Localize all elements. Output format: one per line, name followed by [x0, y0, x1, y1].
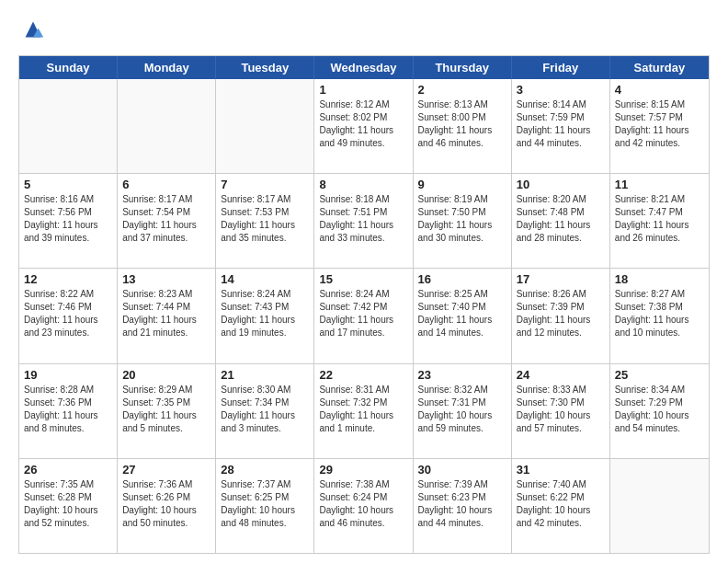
- day-cell-14: 14Sunrise: 8:24 AM Sunset: 7:43 PM Dayli…: [216, 269, 314, 362]
- day-cell-28: 28Sunrise: 7:37 AM Sunset: 6:25 PM Dayli…: [216, 459, 314, 553]
- day-number: 9: [418, 178, 506, 191]
- header-cell-saturday: Saturday: [610, 56, 709, 79]
- header-cell-monday: Monday: [118, 56, 216, 79]
- calendar-row-2: 5Sunrise: 8:16 AM Sunset: 7:56 PM Daylig…: [19, 173, 709, 268]
- day-cell-2: 2Sunrise: 8:13 AM Sunset: 8:00 PM Daylig…: [414, 79, 512, 173]
- day-number: 24: [517, 368, 605, 382]
- day-number: 5: [24, 178, 112, 191]
- day-number: 3: [517, 83, 605, 97]
- day-number: 29: [319, 463, 407, 477]
- page: SundayMondayTuesdayWednesdayThursdayFrid…: [0, 0, 728, 563]
- day-number: 10: [517, 178, 605, 191]
- day-cell-23: 23Sunrise: 8:32 AM Sunset: 7:31 PM Dayli…: [414, 364, 512, 458]
- day-cell-27: 27Sunrise: 7:36 AM Sunset: 6:26 PM Dayli…: [118, 459, 216, 553]
- day-cell-8: 8Sunrise: 8:18 AM Sunset: 7:51 PM Daylig…: [314, 174, 413, 268]
- day-cell-4: 4Sunrise: 8:15 AM Sunset: 7:57 PM Daylig…: [610, 79, 709, 173]
- day-info: Sunrise: 8:32 AM Sunset: 7:31 PM Dayligh…: [418, 384, 506, 435]
- day-number: 2: [418, 83, 506, 97]
- day-cell-15: 15Sunrise: 8:24 AM Sunset: 7:42 PM Dayli…: [314, 269, 413, 362]
- day-number: 25: [615, 368, 704, 382]
- empty-cell-r0c0: [19, 79, 118, 173]
- day-info: Sunrise: 8:13 AM Sunset: 8:00 PM Dayligh…: [418, 98, 506, 150]
- header: [18, 17, 710, 46]
- day-cell-13: 13Sunrise: 8:23 AM Sunset: 7:44 PM Dayli…: [118, 269, 216, 362]
- empty-cell-r0c2: [216, 79, 314, 173]
- day-info: Sunrise: 7:38 AM Sunset: 6:24 PM Dayligh…: [319, 478, 407, 530]
- day-info: Sunrise: 8:21 AM Sunset: 7:47 PM Dayligh…: [615, 193, 704, 245]
- day-number: 13: [122, 272, 210, 286]
- empty-cell-r4c6: [610, 459, 709, 553]
- day-info: Sunrise: 8:24 AM Sunset: 7:42 PM Dayligh…: [319, 288, 407, 339]
- day-cell-19: 19Sunrise: 8:28 AM Sunset: 7:36 PM Dayli…: [19, 364, 118, 458]
- day-info: Sunrise: 8:25 AM Sunset: 7:40 PM Dayligh…: [418, 288, 506, 339]
- day-cell-18: 18Sunrise: 8:27 AM Sunset: 7:38 PM Dayli…: [610, 269, 709, 362]
- day-number: 1: [319, 83, 407, 97]
- day-info: Sunrise: 8:30 AM Sunset: 7:34 PM Dayligh…: [221, 384, 309, 435]
- calendar-body: 1Sunrise: 8:12 AM Sunset: 8:02 PM Daylig…: [19, 79, 709, 553]
- day-cell-21: 21Sunrise: 8:30 AM Sunset: 7:34 PM Dayli…: [216, 364, 314, 458]
- day-number: 12: [24, 272, 112, 286]
- day-number: 22: [319, 368, 407, 382]
- day-number: 23: [418, 368, 506, 382]
- day-cell-9: 9Sunrise: 8:19 AM Sunset: 7:50 PM Daylig…: [414, 174, 512, 268]
- header-cell-friday: Friday: [512, 56, 610, 79]
- day-info: Sunrise: 8:22 AM Sunset: 7:46 PM Dayligh…: [24, 288, 112, 339]
- header-cell-tuesday: Tuesday: [216, 56, 314, 79]
- day-number: 4: [615, 83, 704, 97]
- header-cell-sunday: Sunday: [19, 56, 118, 79]
- day-cell-16: 16Sunrise: 8:25 AM Sunset: 7:40 PM Dayli…: [414, 269, 512, 362]
- day-info: Sunrise: 8:26 AM Sunset: 7:39 PM Dayligh…: [517, 288, 605, 339]
- day-cell-3: 3Sunrise: 8:14 AM Sunset: 7:59 PM Daylig…: [512, 79, 610, 173]
- day-info: Sunrise: 8:18 AM Sunset: 7:51 PM Dayligh…: [319, 193, 407, 245]
- logo-icon: [20, 17, 46, 42]
- day-info: Sunrise: 8:24 AM Sunset: 7:43 PM Dayligh…: [221, 288, 309, 339]
- day-cell-11: 11Sunrise: 8:21 AM Sunset: 7:47 PM Dayli…: [610, 174, 709, 268]
- day-cell-5: 5Sunrise: 8:16 AM Sunset: 7:56 PM Daylig…: [19, 174, 118, 268]
- day-number: 30: [418, 463, 506, 477]
- day-number: 26: [24, 463, 112, 477]
- day-info: Sunrise: 8:17 AM Sunset: 7:53 PM Dayligh…: [221, 193, 309, 245]
- day-info: Sunrise: 8:29 AM Sunset: 7:35 PM Dayligh…: [122, 384, 210, 435]
- calendar: SundayMondayTuesdayWednesdayThursdayFrid…: [18, 55, 710, 554]
- day-cell-1: 1Sunrise: 8:12 AM Sunset: 8:02 PM Daylig…: [314, 79, 413, 173]
- header-cell-thursday: Thursday: [414, 56, 512, 79]
- day-number: 27: [122, 463, 210, 477]
- day-number: 31: [517, 463, 605, 477]
- calendar-row-4: 19Sunrise: 8:28 AM Sunset: 7:36 PM Dayli…: [19, 363, 709, 458]
- day-info: Sunrise: 8:17 AM Sunset: 7:54 PM Dayligh…: [122, 193, 210, 245]
- day-cell-24: 24Sunrise: 8:33 AM Sunset: 7:30 PM Dayli…: [512, 364, 610, 458]
- day-cell-17: 17Sunrise: 8:26 AM Sunset: 7:39 PM Dayli…: [512, 269, 610, 362]
- day-info: Sunrise: 7:35 AM Sunset: 6:28 PM Dayligh…: [24, 478, 112, 530]
- calendar-row-3: 12Sunrise: 8:22 AM Sunset: 7:46 PM Dayli…: [19, 268, 709, 362]
- day-cell-25: 25Sunrise: 8:34 AM Sunset: 7:29 PM Dayli…: [610, 364, 709, 458]
- day-number: 28: [221, 463, 309, 477]
- day-cell-31: 31Sunrise: 7:40 AM Sunset: 6:22 PM Dayli…: [512, 459, 610, 553]
- day-cell-26: 26Sunrise: 7:35 AM Sunset: 6:28 PM Dayli…: [19, 459, 118, 553]
- day-info: Sunrise: 8:28 AM Sunset: 7:36 PM Dayligh…: [24, 384, 112, 435]
- day-number: 18: [615, 272, 704, 286]
- day-info: Sunrise: 8:34 AM Sunset: 7:29 PM Dayligh…: [615, 384, 704, 435]
- day-cell-6: 6Sunrise: 8:17 AM Sunset: 7:54 PM Daylig…: [118, 174, 216, 268]
- day-info: Sunrise: 8:12 AM Sunset: 8:02 PM Dayligh…: [319, 98, 407, 150]
- header-cell-wednesday: Wednesday: [314, 56, 413, 79]
- day-info: Sunrise: 7:37 AM Sunset: 6:25 PM Dayligh…: [221, 478, 309, 530]
- calendar-row-1: 1Sunrise: 8:12 AM Sunset: 8:02 PM Daylig…: [19, 79, 709, 173]
- day-cell-20: 20Sunrise: 8:29 AM Sunset: 7:35 PM Dayli…: [118, 364, 216, 458]
- day-cell-29: 29Sunrise: 7:38 AM Sunset: 6:24 PM Dayli…: [314, 459, 413, 553]
- day-info: Sunrise: 8:15 AM Sunset: 7:57 PM Dayligh…: [615, 98, 704, 150]
- day-info: Sunrise: 7:36 AM Sunset: 6:26 PM Dayligh…: [122, 478, 210, 530]
- day-info: Sunrise: 7:39 AM Sunset: 6:23 PM Dayligh…: [418, 478, 506, 530]
- day-cell-22: 22Sunrise: 8:31 AM Sunset: 7:32 PM Dayli…: [314, 364, 413, 458]
- day-cell-30: 30Sunrise: 7:39 AM Sunset: 6:23 PM Dayli…: [414, 459, 512, 553]
- day-number: 20: [122, 368, 210, 382]
- logo: [18, 17, 46, 46]
- day-number: 14: [221, 272, 309, 286]
- day-info: Sunrise: 8:23 AM Sunset: 7:44 PM Dayligh…: [122, 288, 210, 339]
- day-info: Sunrise: 8:33 AM Sunset: 7:30 PM Dayligh…: [517, 384, 605, 435]
- empty-cell-r0c1: [118, 79, 216, 173]
- day-number: 6: [122, 178, 210, 191]
- day-number: 19: [24, 368, 112, 382]
- day-info: Sunrise: 8:20 AM Sunset: 7:48 PM Dayligh…: [517, 193, 605, 245]
- calendar-row-5: 26Sunrise: 7:35 AM Sunset: 6:28 PM Dayli…: [19, 458, 709, 553]
- day-info: Sunrise: 8:19 AM Sunset: 7:50 PM Dayligh…: [418, 193, 506, 245]
